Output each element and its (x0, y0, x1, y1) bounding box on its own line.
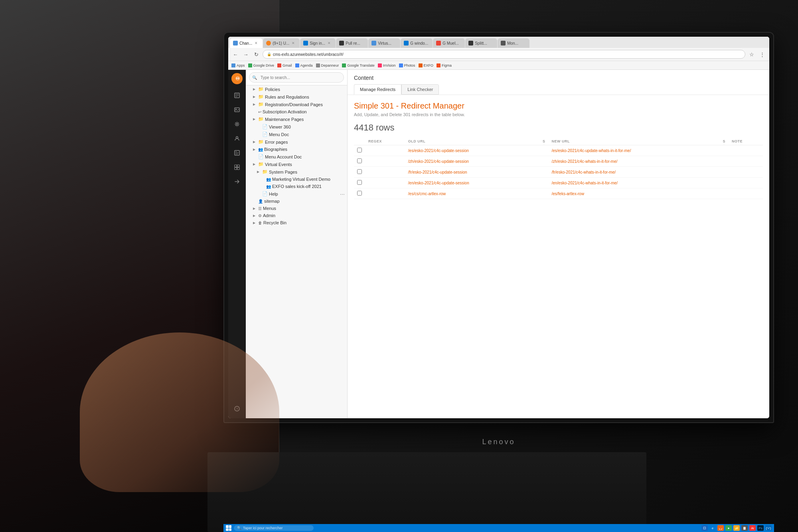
bookmark-figma[interactable]: Figma (437, 63, 452, 67)
virtualevents-toggle[interactable]: ▶ (253, 162, 257, 166)
row2-checkbox[interactable] (357, 158, 362, 163)
tree-item-biographies[interactable]: ▶ 👥 Biographies (246, 146, 347, 153)
bookmark-gmail[interactable]: Gmail (277, 63, 292, 67)
tree-item-subscription[interactable]: ↩ Subscription Activation (246, 108, 347, 115)
row3-checkbox[interactable] (357, 169, 362, 174)
extensions-button[interactable]: ☆ (748, 50, 756, 58)
search-input[interactable] (249, 72, 344, 83)
tree-item-rules[interactable]: ▶ 📁 Rules and Regulations (246, 93, 347, 101)
content-sidebar-icon[interactable] (231, 89, 243, 102)
bookmark-invision[interactable]: InVision (378, 63, 396, 67)
back-button[interactable]: ← (231, 50, 239, 58)
rules-toggle[interactable]: ▶ (253, 95, 257, 99)
row3-notes (729, 167, 763, 178)
refresh-button[interactable]: ↻ (252, 50, 260, 58)
taskbar-firefox-icon[interactable]: 🦊 (717, 525, 724, 531)
tree-item-maintenance[interactable]: ▶ 📁 Maintenance Pages (246, 115, 347, 123)
row2-checkbox-cell[interactable] (354, 156, 365, 167)
tree-item-help[interactable]: 📄 Help ··· (246, 190, 347, 198)
tree-item-marketingvirtual[interactable]: 👥 Marketing Virtual Event Demo (246, 176, 347, 183)
help-label: Help (269, 192, 278, 196)
tree-item-admin[interactable]: ▶ ⚙ Admin (246, 212, 347, 219)
browser-tab-active[interactable]: Chan... ✕ (230, 38, 263, 48)
taskbar-vscode-icon[interactable]: {'<'} (765, 525, 772, 531)
bookmark-agenda[interactable]: Agenda (295, 63, 313, 67)
bookmark-drive[interactable]: Google Drive (248, 63, 275, 67)
registration-toggle[interactable]: ▶ (253, 103, 257, 106)
browser-tab-4[interactable]: Pull re... (336, 38, 368, 48)
bookmark-invision-favicon (378, 63, 382, 67)
tab-manage-redirects[interactable]: Manage Redirects (354, 84, 401, 95)
systempages-toggle[interactable]: ▶ (257, 170, 261, 174)
admin-label: Admin (263, 213, 275, 218)
taskbar-chrome-icon[interactable]: ● (725, 525, 732, 531)
bookmark-photos[interactable]: Photos (399, 63, 415, 67)
media-sidebar-icon[interactable] (231, 103, 243, 116)
row3-checkbox-cell[interactable] (354, 167, 365, 178)
tree-item-policies[interactable]: ▶ 📁 Policies (246, 85, 347, 93)
bookmark-photos-favicon (399, 63, 403, 67)
svg-point-7 (235, 109, 237, 110)
menus-toggle[interactable]: ▶ (253, 207, 257, 210)
taskbar-ai-icon[interactable]: Ai (749, 525, 756, 531)
row5-checkbox[interactable] (357, 191, 362, 196)
policies-toggle[interactable]: ▶ (253, 87, 257, 91)
browser-tab-7[interactable]: G Muel... (433, 38, 465, 48)
bookmark-depanneur[interactable]: Depanneur (316, 63, 339, 67)
browser-tab-6[interactable]: G windo... (401, 38, 433, 48)
maintenance-toggle[interactable]: ▶ (253, 117, 257, 121)
tree-item-virtualevents[interactable]: ▶ 📁 Virtual Events (246, 160, 347, 168)
help-more-icon[interactable]: ··· (340, 191, 345, 197)
tree-item-menus[interactable]: ▶ ☰ Menus (246, 205, 347, 212)
tree-item-recycle[interactable]: ▶ 🗑 Recycle Bin (246, 219, 347, 226)
packages-sidebar-icon[interactable] (231, 161, 243, 174)
start-button[interactable] (226, 525, 231, 531)
browser-tab-2[interactable]: (9+1) U... ✕ (263, 38, 300, 48)
browser-tab-3[interactable]: Sign in... ✕ (300, 38, 336, 48)
menu-button[interactable]: ⋮ (758, 50, 766, 58)
bookmark-apps[interactable]: Apps (231, 63, 245, 67)
taskbar-task-view[interactable]: ⊡ (701, 525, 708, 531)
taskbar-explorer-icon[interactable]: 📁 (733, 525, 740, 531)
address-bar[interactable]: 🔒 cms-exfo.azurewebsites.net/umbraco/#/ (263, 50, 745, 59)
forward-button[interactable]: → (242, 50, 250, 58)
tab-2-close[interactable]: ✕ (291, 41, 296, 45)
browser-tab-9[interactable]: Mon... (498, 38, 529, 48)
bookmark-translate[interactable]: Google Translate (342, 63, 375, 67)
deploy-sidebar-icon[interactable] (231, 175, 243, 188)
row1-checkbox-cell[interactable] (354, 145, 365, 156)
row5-checkbox-cell[interactable] (354, 188, 365, 199)
errorpages-label: Error pages (265, 140, 288, 144)
tree-item-errorpages[interactable]: ▶ 📁 Error pages (246, 138, 347, 146)
browser-tab-5[interactable]: Virtus... (368, 38, 400, 48)
taskbar-edge-icon[interactable]: e (709, 525, 716, 531)
taskbar-ps-icon[interactable]: Ps (757, 525, 764, 531)
bookmark-exfo[interactable]: EXFO (419, 63, 434, 67)
tab-close-btn[interactable]: ✕ (254, 41, 259, 45)
admin-toggle[interactable]: ▶ (253, 214, 257, 218)
tree-item-systempages[interactable]: ▶ 📁 System Pages (246, 168, 347, 176)
tree-item-viewer360[interactable]: 📄 Viewer 360 (246, 123, 347, 131)
taskbar-clipboard-icon[interactable]: 📋 (741, 525, 748, 531)
settings-sidebar-icon[interactable] (231, 118, 243, 131)
row4-checkbox-cell[interactable] (354, 178, 365, 188)
biographies-toggle[interactable]: ▶ (253, 148, 257, 151)
tab-3-close[interactable]: ✕ (327, 41, 332, 45)
tab-2-favicon (266, 41, 271, 45)
taskbar-search[interactable]: 🔍 Taper ici pour rechercher (234, 525, 314, 531)
browser-tab-8[interactable]: Splitt... (465, 38, 497, 48)
tab-link-checker[interactable]: Link Checker (401, 84, 439, 95)
tree-item-menudoc[interactable]: 📄 Menu Doc (246, 131, 347, 138)
forms-sidebar-icon[interactable] (231, 146, 243, 159)
umbraco-logo[interactable]: ♾ (231, 73, 243, 84)
recycle-toggle[interactable]: ▶ (253, 221, 257, 225)
errorpages-toggle[interactable]: ▶ (253, 140, 257, 144)
tree-item-menuaccountdoc[interactable]: 📄 Menu Account Doc (246, 153, 347, 160)
tree-item-exfosales[interactable]: 👥 EXFO sales kick-off 2021 (246, 183, 347, 190)
tree-item-registration[interactable]: ▶ 📁 Registration/Download Pages (246, 101, 347, 108)
row4-checkbox[interactable] (357, 180, 362, 185)
row2-notes (729, 156, 763, 167)
tree-item-sitemap[interactable]: 👤 sitemap (246, 198, 347, 205)
users-sidebar-icon[interactable] (231, 132, 243, 145)
row1-checkbox[interactable] (357, 148, 362, 152)
